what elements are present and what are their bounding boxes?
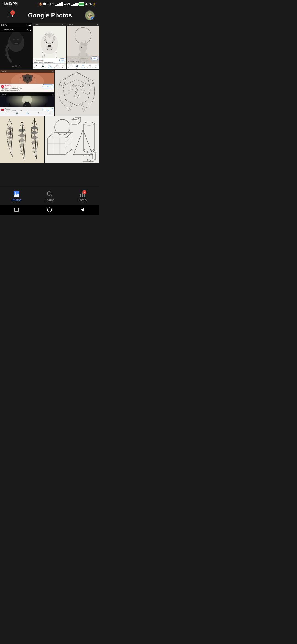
photo-portrait[interactable]: 12:15 PM ▂▄▆ ← Profile photo ✎ ⤴ bbox=[0, 23, 32, 69]
svg-point-6 bbox=[89, 17, 90, 17]
status-time: 12:43 PM bbox=[3, 2, 18, 6]
svg-rect-15 bbox=[12, 66, 14, 67]
svg-text:shutterstock.com · 529280914: shutterstock.com · 529280914 bbox=[68, 58, 88, 60]
library-badge: 1 bbox=[82, 190, 86, 194]
svg-point-20 bbox=[48, 45, 51, 47]
svg-point-16 bbox=[15, 65, 17, 67]
svg-rect-185 bbox=[15, 208, 18, 212]
svg-point-9 bbox=[10, 31, 22, 45]
photo-geometric-portrait[interactable] bbox=[55, 70, 99, 116]
svg-text:tattoo sleeve, Geometric wolf : tattoo sleeve, Geometric wolf ... bbox=[1, 89, 20, 91]
bottom-navigation: Photos Search 1 Library bbox=[0, 187, 99, 205]
svg-text:● Novocom.top: ● Novocom.top bbox=[34, 60, 43, 61]
nav-search[interactable]: Search bbox=[33, 190, 66, 201]
status-bar: 12:43 PM 🔕 💬 ▪▪ 1 ♥ ▂▄▆█ VoLTE ▂▄▆ 32% ⚡ bbox=[0, 0, 99, 8]
grid-row-3 bbox=[0, 116, 99, 163]
battery-indicator bbox=[78, 2, 84, 6]
app-title: Google Photos bbox=[28, 12, 72, 19]
svg-point-10 bbox=[13, 39, 15, 40]
message-badge: 2 bbox=[10, 10, 15, 15]
svg-marker-187 bbox=[81, 208, 84, 211]
library-nav-label: Library bbox=[78, 198, 87, 201]
upload-badge bbox=[91, 17, 95, 20]
photo-3d-shapes[interactable] bbox=[45, 116, 99, 163]
grid-row-1: 12:15 PM ▂▄▆ ← Profile photo ✎ ⤴ bbox=[0, 23, 99, 69]
svg-text:Wolf Tattoos – 2020 DECOR | Wo: Wolf Tattoos – 2020 DECOR | Wolf bbox=[1, 87, 22, 89]
app-header: 2 Google Photos bbox=[0, 8, 99, 23]
svg-line-181 bbox=[51, 195, 52, 197]
photo-wolf-dark[interactable]: P Pinterest My fav so far! 🐺the eyes! Th… bbox=[0, 93, 54, 116]
svg-point-11 bbox=[17, 39, 19, 40]
svg-point-43 bbox=[81, 47, 82, 48]
messages-button[interactable]: 2 bbox=[4, 10, 15, 21]
user-avatar[interactable] bbox=[85, 10, 95, 20]
svg-text:Pinterest: Pinterest bbox=[5, 108, 10, 110]
svg-rect-151 bbox=[45, 116, 99, 163]
svg-text:Visit: Visit bbox=[47, 86, 50, 87]
grid-row-2: P Pinterest Visit Wolf Tattoos – 2020 DE… bbox=[0, 70, 99, 116]
photo-feathers[interactable] bbox=[0, 116, 44, 163]
svg-point-186 bbox=[47, 208, 52, 212]
search-nav-label: Search bbox=[45, 198, 54, 201]
svg-point-4 bbox=[90, 15, 92, 16]
svg-point-178 bbox=[15, 192, 16, 193]
photos-nav-icon bbox=[13, 190, 20, 197]
svg-point-3 bbox=[88, 15, 89, 16]
svg-text:Pinterest: Pinterest bbox=[5, 84, 11, 86]
status-icons: 🔕 💬 ▪▪ 1 ♥ ▂▄▆█ VoLTE ▂▄▆ 32% ⚡ bbox=[39, 2, 96, 6]
svg-rect-182 bbox=[80, 194, 81, 197]
search-nav-icon bbox=[46, 190, 53, 197]
photos-nav-label: Photos bbox=[12, 198, 21, 201]
svg-point-79 bbox=[25, 105, 26, 106]
svg-text:Visit: Visit bbox=[61, 60, 64, 61]
photos-grid: 12:15 PM ▂▄▆ ← Profile photo ✎ ⤴ bbox=[0, 23, 99, 187]
photo-wolf-moon[interactable]: shutterstock.com · 529280914 Visit Sketc… bbox=[67, 23, 99, 69]
home-button[interactable] bbox=[46, 206, 53, 213]
nav-photos[interactable]: Photos bbox=[0, 190, 33, 201]
photo-wolf-sketch[interactable]: ● Novocom.top Pencil Cool Drawings Of Wo… bbox=[33, 23, 66, 69]
nav-library[interactable]: 1 Library bbox=[66, 190, 99, 201]
photo-wolf-tattoo[interactable]: P Pinterest Visit Wolf Tattoos – 2020 DE… bbox=[0, 70, 54, 92]
recents-button[interactable] bbox=[13, 206, 20, 213]
svg-text:Visit: Visit bbox=[93, 58, 96, 59]
back-button[interactable] bbox=[79, 206, 86, 213]
svg-text:Sketch Wolf HD Stock Images |: Sketch Wolf HD Stock Images | bbox=[68, 61, 87, 63]
android-nav-bar bbox=[0, 205, 99, 215]
